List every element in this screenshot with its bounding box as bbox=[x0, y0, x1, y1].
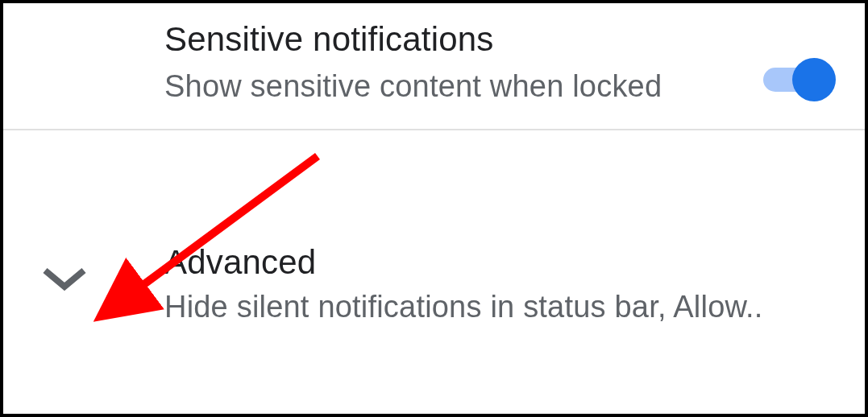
sensitive-notifications-toggle[interactable] bbox=[763, 58, 836, 101]
advanced-text: Advanced Hide silent notifications in st… bbox=[164, 242, 841, 327]
advanced-title: Advanced bbox=[164, 242, 841, 284]
sensitive-notifications-row[interactable]: Sensitive notifications Show sensitive c… bbox=[3, 3, 865, 129]
settings-panel: Sensitive notifications Show sensitive c… bbox=[0, 0, 868, 417]
sensitive-notifications-title: Sensitive notifications bbox=[164, 18, 824, 62]
chevron-down-icon bbox=[42, 266, 87, 311]
sensitive-notifications-text: Sensitive notifications Show sensitive c… bbox=[164, 18, 841, 106]
advanced-row[interactable]: Advanced Hide silent notifications in st… bbox=[3, 130, 865, 343]
advanced-subtitle: Hide silent notifications in status bar,… bbox=[164, 288, 841, 327]
toggle-thumb bbox=[792, 58, 836, 101]
sensitive-notifications-subtitle: Show sensitive content when locked bbox=[164, 67, 824, 106]
